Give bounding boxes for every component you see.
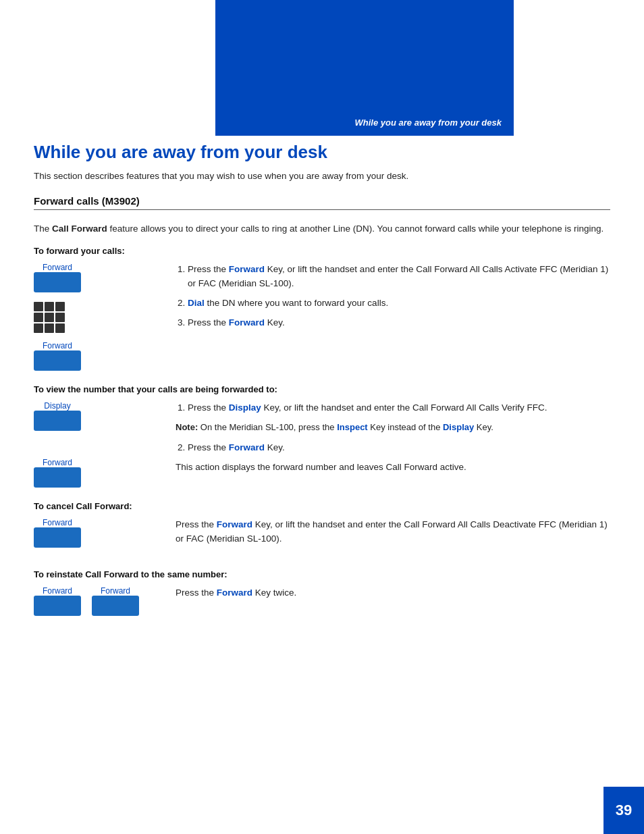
- view-number-section: Display Forward Press the Display Key, o…: [34, 401, 610, 488]
- kc9: [55, 323, 65, 333]
- reinstate-forward-button-1[interactable]: [34, 596, 81, 616]
- forward-label-2: Forward: [34, 341, 81, 350]
- cancel-forward-button[interactable]: [34, 527, 81, 548]
- cancel-forward-link: Forward: [217, 519, 252, 529]
- view-steps-2: Press the Forward Key.: [176, 441, 610, 455]
- view-step2-forward: Forward: [229, 442, 265, 452]
- cancel-section: Forward Press the Forward Key, or lift t…: [34, 518, 610, 556]
- display-link: Display: [443, 422, 474, 432]
- intro-text: This section describes features that you…: [34, 170, 610, 183]
- reinstate-forward-key-1: Forward: [34, 586, 81, 616]
- kc7: [34, 323, 43, 333]
- forward-button-3[interactable]: [34, 467, 81, 488]
- step-1: Press the Forward Key, or lift the hands…: [188, 263, 610, 291]
- step3-forward: Forward: [229, 317, 265, 328]
- subsection-label-2: To view the number that your calls are b…: [34, 384, 610, 394]
- kc1: [34, 302, 43, 311]
- reinstate-text: Press the Forward Key twice.: [176, 586, 610, 600]
- kc2: [45, 302, 54, 311]
- forward-label-1: Forward: [34, 263, 81, 272]
- forward-button-2[interactable]: [34, 350, 81, 371]
- section-title: Forward calls (M3902): [34, 195, 610, 210]
- kc8: [45, 323, 54, 333]
- keypad-icon: [34, 302, 68, 332]
- kc6: [55, 313, 65, 322]
- forward-key-group-1: Forward: [34, 263, 81, 292]
- kc4: [34, 313, 43, 322]
- cancel-right: Press the Forward Key, or lift the hands…: [176, 518, 610, 556]
- page-heading: While you are away from your desk: [34, 142, 610, 163]
- forward-calls-left: Forward Forward: [34, 263, 162, 371]
- cancel-left: Forward: [34, 518, 162, 556]
- view-number-left: Display Forward: [34, 401, 162, 488]
- step1-forward: Forward: [229, 264, 265, 274]
- page-number-box: 39: [603, 787, 644, 834]
- note-text: Note: On the Meridian SL-100, press the …: [176, 421, 610, 434]
- reinstate-forward-button-2[interactable]: [92, 596, 139, 616]
- cancel-forward-key-group: Forward: [34, 518, 81, 548]
- reinstate-right: Press the Forward Key twice.: [176, 586, 610, 620]
- display-label: Display: [34, 401, 81, 411]
- reinstate-section: Forward Forward Press the Forward Key tw…: [34, 586, 610, 620]
- forward-key-group-2: Forward: [34, 341, 81, 371]
- reinstate-forward-key-2: Forward: [92, 586, 139, 616]
- page-number: 39: [616, 802, 632, 819]
- step2-dial: Dial: [188, 298, 205, 308]
- forward-button-1[interactable]: [34, 272, 81, 292]
- forward-label-3: Forward: [34, 458, 81, 467]
- kc5: [45, 313, 54, 322]
- subsection-label-4: To reinstate Call Forward to the same nu…: [34, 569, 610, 579]
- view-step-1: Press the Display Key, or lift the hands…: [188, 401, 610, 415]
- view-number-right: Press the Display Key, or lift the hands…: [176, 401, 610, 488]
- note-bold: Note:: [176, 422, 198, 432]
- view-step-2: Press the Forward Key.: [188, 441, 610, 455]
- reinstate-left: Forward Forward: [34, 586, 162, 620]
- view-step1-display: Display: [229, 402, 261, 413]
- step-2: Dial the DN where you want to forward yo…: [188, 296, 610, 311]
- cancel-text: Press the Forward Key, or lift the hands…: [176, 518, 610, 546]
- forward-steps: Press the Forward Key, or lift the hands…: [176, 263, 610, 330]
- forward-calls-right: Press the Forward Key, or lift the hands…: [176, 263, 610, 371]
- inspect-link: Inspect: [337, 422, 368, 432]
- main-content: While you are away from your desk This s…: [34, 142, 610, 780]
- display-key-group: Display: [34, 401, 81, 431]
- kc3: [55, 302, 65, 311]
- header-box: While you are away from your desk: [215, 0, 514, 136]
- reinstate-forward-link: Forward: [217, 588, 252, 598]
- body-paragraph: The Call Forward feature allows you to d…: [34, 222, 610, 236]
- display-button[interactable]: [34, 411, 81, 431]
- forward-key-group-3: Forward: [34, 458, 81, 488]
- subsection-label-3: To cancel Call Forward:: [34, 501, 610, 511]
- bold-call-forward: Call Forward: [52, 224, 107, 234]
- subsection-label-1: To forward your calls:: [34, 246, 610, 256]
- step-3: Press the Forward Key.: [188, 316, 610, 330]
- action-text: This action displays the forward number …: [176, 461, 610, 475]
- cancel-forward-label: Forward: [34, 518, 81, 527]
- view-steps: Press the Display Key, or lift the hands…: [176, 401, 610, 415]
- forward-calls-section: Forward Forward Press the Forward: [34, 263, 610, 371]
- header-title: While you are away from your desk: [355, 118, 502, 128]
- reinstate-forward-label-2: Forward: [92, 586, 139, 596]
- reinstate-forward-label-1: Forward: [34, 586, 81, 596]
- reinstate-key-pair: Forward Forward: [34, 586, 139, 616]
